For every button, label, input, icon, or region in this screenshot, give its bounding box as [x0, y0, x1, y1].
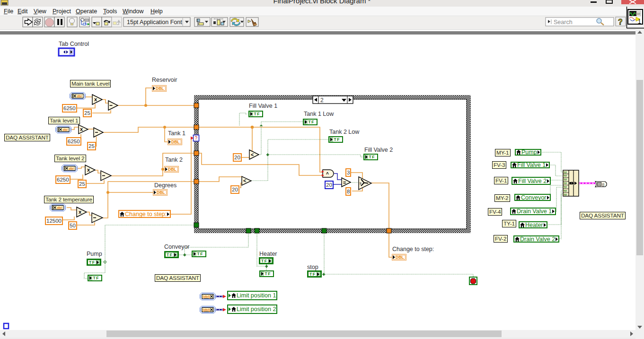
svg-text:=: =: [343, 180, 346, 185]
svg-text:^: ^: [326, 172, 329, 177]
svg-text:TF: TF: [564, 171, 567, 174]
svg-text:TF: TF: [564, 178, 567, 181]
svg-text:<: <: [243, 178, 246, 183]
svg-text:TF: TF: [564, 186, 567, 189]
svg-text:x: x: [87, 167, 90, 173]
svg-text:?: ?: [195, 136, 198, 141]
svg-text:x: x: [80, 126, 83, 132]
svg-text:x: x: [94, 96, 97, 102]
svg-text:<: <: [251, 152, 254, 157]
svg-text:TF: TF: [564, 193, 567, 196]
svg-text:?: ?: [359, 182, 362, 186]
svg-text:TF: TF: [564, 174, 567, 177]
svg-text:[]: []: [602, 183, 604, 187]
svg-text:TF: TF: [564, 190, 567, 192]
svg-text:2: 2: [320, 97, 324, 104]
svg-text:TF: TF: [564, 182, 567, 185]
svg-text:x: x: [79, 209, 82, 215]
